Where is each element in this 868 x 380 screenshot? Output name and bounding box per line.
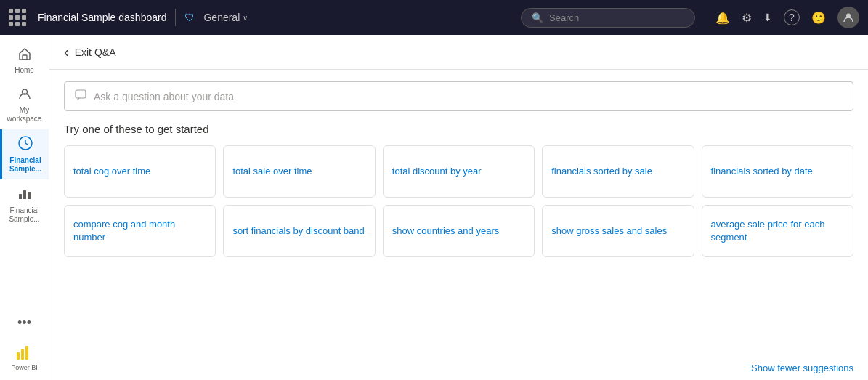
svg-rect-4 — [19, 194, 22, 199]
bell-icon[interactable]: 🔔 — [715, 11, 730, 25]
svg-rect-9 — [25, 346, 28, 360]
main-layout: Home My workspace Financial Sample... Fi… — [0, 35, 868, 380]
home-icon — [17, 47, 32, 65]
suggestion-card-compare-cog-month[interactable]: compare cog and month number — [64, 205, 216, 257]
sidebar: Home My workspace Financial Sample... Fi… — [0, 35, 49, 380]
chat-bubble-icon — [75, 89, 86, 103]
svg-rect-10 — [76, 90, 86, 98]
more-icon[interactable]: ••• — [12, 310, 37, 336]
sidebar-item-home[interactable]: Home — [0, 41, 49, 81]
back-button[interactable]: ‹ — [64, 44, 69, 60]
svg-rect-8 — [21, 349, 24, 360]
app-title: Financial Sample dashboard — [38, 12, 166, 23]
download-icon[interactable]: ⬇ — [763, 12, 772, 23]
svg-rect-7 — [17, 352, 20, 360]
sidebar-item-my-workspace[interactable]: My workspace — [0, 81, 49, 129]
suggestions-title: Try one of these to get started — [64, 123, 853, 135]
sidebar-bottom: ••• Power BI — [11, 310, 38, 380]
navbar: Financial Sample dashboard 🛡 General ∨ 🔍… — [0, 0, 868, 35]
sidebar-item-label: Financial Sample... — [5, 156, 46, 174]
my-workspace-icon — [17, 86, 32, 105]
search-box[interactable]: 🔍 — [521, 8, 695, 28]
qa-input-box[interactable] — [64, 81, 853, 111]
search-icon: 🔍 — [532, 12, 543, 23]
app-launcher-icon[interactable] — [9, 9, 26, 26]
navbar-icons: 🔔 ⚙ ⬇ ? 🙂 — [715, 7, 859, 28]
suggestion-card-total-discount-by-year[interactable]: total discount by year — [383, 145, 535, 198]
sidebar-item-financial-1[interactable]: Financial Sample... — [0, 129, 49, 179]
suggestion-card-total-sale-over-time[interactable]: total sale over time — [223, 145, 375, 198]
sidebar-item-financial-2[interactable]: Financial Sample... — [0, 179, 49, 230]
shield-icon: 🛡 — [184, 12, 195, 23]
svg-rect-5 — [23, 190, 26, 199]
financial-sample-1-icon — [17, 135, 33, 155]
navbar-divider — [175, 9, 176, 26]
suggestion-card-average-sale-price[interactable]: average sale price for each segment — [702, 205, 853, 257]
suggestions-grid: total cog over time total sale over time… — [64, 145, 853, 257]
suggestion-card-financials-sorted-sale[interactable]: financials sorted by sale — [542, 145, 694, 198]
help-icon[interactable]: ? — [784, 9, 800, 25]
suggestion-card-show-gross-sales[interactable]: show gross sales and sales — [542, 205, 694, 257]
svg-rect-6 — [28, 192, 31, 199]
feedback-icon[interactable]: 🙂 — [811, 11, 826, 25]
gear-icon[interactable]: ⚙ — [742, 11, 752, 25]
exit-qa-bar: ‹ Exit Q&A — [49, 35, 868, 70]
search-input[interactable] — [549, 12, 684, 23]
power-bi-label: Power BI — [11, 364, 38, 371]
avatar[interactable] — [837, 7, 859, 28]
workspace-selector[interactable]: General ∨ — [203, 12, 248, 23]
chevron-down-icon: ∨ — [243, 14, 248, 22]
show-fewer-link[interactable]: Show fewer suggestions — [751, 363, 853, 373]
suggestion-card-sort-financials-discount[interactable]: sort financials by discount band — [223, 205, 375, 257]
suggestion-card-financials-sorted-date[interactable]: financials sorted by date — [702, 145, 853, 198]
content-area: ‹ Exit Q&A Try one of these to get start… — [49, 35, 868, 380]
exit-qa-label: Exit Q&A — [75, 47, 116, 58]
suggestion-card-show-countries-years[interactable]: show countries and years — [383, 205, 535, 257]
bar-chart-icon — [17, 185, 33, 205]
power-bi-logo: Power BI — [11, 342, 38, 371]
sidebar-item-label: Home — [15, 66, 34, 75]
show-fewer-section: Show fewer suggestions — [49, 358, 868, 380]
qa-input-section — [49, 70, 868, 117]
sidebar-item-label: Financial Sample... — [3, 206, 46, 224]
sidebar-item-label: My workspace — [3, 106, 46, 124]
suggestion-card-total-cog-over-time[interactable]: total cog over time — [64, 145, 216, 198]
svg-rect-1 — [23, 55, 27, 60]
suggestions-section: Try one of these to get started total co… — [49, 117, 868, 358]
qa-input[interactable] — [94, 91, 843, 102]
